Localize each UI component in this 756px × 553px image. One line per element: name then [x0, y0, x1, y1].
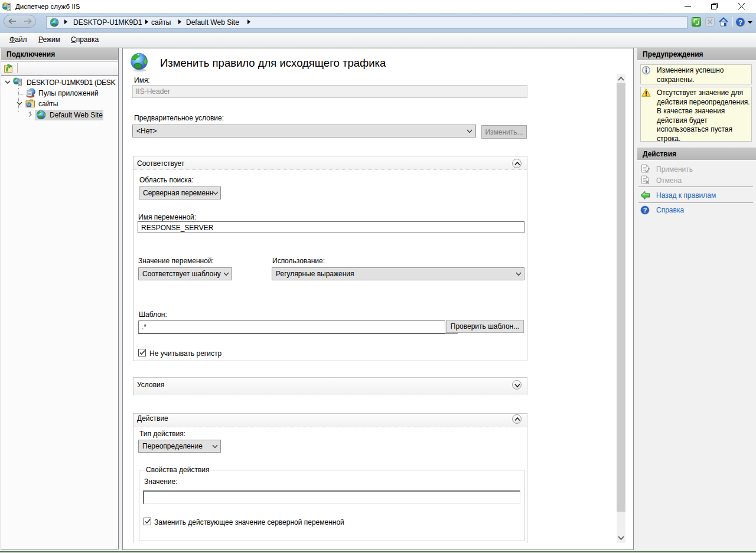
svg-text:?: ?	[738, 19, 742, 26]
svg-text:?: ?	[643, 207, 647, 214]
